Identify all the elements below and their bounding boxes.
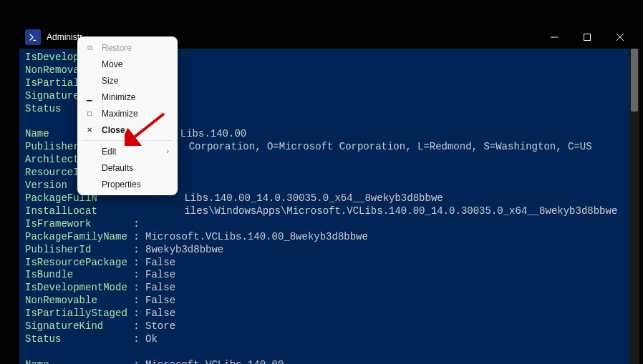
menu-edit[interactable]: Edit › — [77, 143, 178, 159]
menu-close-label: Close — [102, 125, 169, 135]
maximize-button[interactable] — [571, 26, 604, 49]
output-line — [19, 346, 639, 359]
menu-size[interactable]: Size — [77, 72, 178, 89]
menu-separator — [83, 140, 172, 141]
scrollbar-thumb[interactable] — [631, 49, 638, 112]
output-line: NonRemovable : False — [19, 295, 639, 308]
menu-minimize[interactable]: ▁ Minimize — [77, 89, 178, 105]
output-line: IsFramework : — [19, 218, 639, 231]
svg-rect-1 — [584, 34, 591, 41]
output-line: PublisherId : 8wekyb3d8bbwe — [19, 244, 639, 257]
output-line: Status : Ok — [19, 333, 639, 346]
restore-icon: ⧉ — [83, 44, 96, 52]
menu-minimize-label: Minimize — [102, 92, 169, 102]
menu-restore[interactable]: ⧉ Restore — [77, 39, 178, 56]
menu-edit-label: Edit — [102, 147, 167, 157]
menu-properties-label: Properties — [102, 179, 169, 190]
output-line: IsBundle : False — [19, 269, 639, 282]
output-line: PackageFamilyName : Microsoft.VCLibs.140… — [19, 231, 639, 244]
minimize-button[interactable] — [538, 26, 571, 49]
powershell-icon — [25, 29, 41, 45]
output-line: Name : Microsoft.VCLibs.140.00 — [19, 359, 639, 364]
output-line: IsPartiallyStaged : False — [19, 308, 639, 320]
menu-restore-label: Restore — [102, 43, 169, 53]
scrollbar[interactable] — [629, 49, 639, 364]
output-line: IsDevelopmentMode : False — [19, 282, 639, 295]
menu-size-label: Size — [102, 76, 169, 86]
output-line: SignatureKind : Store — [19, 320, 639, 333]
menu-properties[interactable]: Properties — [77, 176, 178, 192]
output-line: IsResourcePackage : False — [19, 257, 639, 270]
window-controls — [538, 26, 637, 49]
menu-maximize-label: Maximize — [102, 109, 169, 119]
output-line: InstallLocatiles\WindowsApps\Microsoft.V… — [19, 205, 639, 218]
menu-close[interactable]: ✕ Close — [77, 122, 178, 138]
menu-move-label: Move — [102, 59, 169, 69]
menu-defaults-label: Defaults — [102, 163, 169, 173]
menu-maximize[interactable]: □ Maximize — [77, 105, 178, 122]
close-icon: ✕ — [83, 126, 96, 134]
submenu-arrow-icon: › — [167, 147, 169, 155]
menu-move[interactable]: Move — [77, 56, 178, 72]
system-context-menu: ⧉ Restore Move Size ▁ Minimize □ Maximiz… — [77, 36, 178, 195]
menu-defaults[interactable]: Defaults — [77, 159, 178, 176]
minimize-icon: ▁ — [83, 93, 96, 101]
maximize-icon: □ — [83, 109, 96, 117]
close-button[interactable] — [604, 26, 637, 49]
